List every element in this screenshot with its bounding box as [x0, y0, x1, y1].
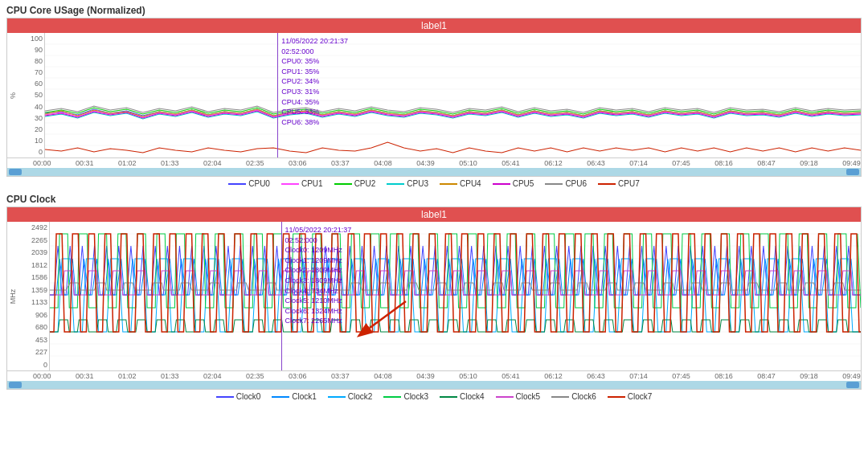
legend-cpu4-line: [440, 183, 457, 185]
legend-cpu6: CPU6: [545, 179, 587, 188]
clock-scrollbar-left[interactable]: [9, 382, 22, 388]
legend-clock5: Clock5: [496, 392, 541, 401]
legend-clock6-label: Clock6: [571, 392, 596, 401]
legend-cpu3-label: CPU3: [407, 179, 428, 188]
cpu-usage-svg: [45, 33, 861, 158]
legend-cpu4: CPU4: [440, 179, 481, 188]
y-axis-percent-label: %: [9, 92, 17, 98]
legend-cpu1-label: CPU1: [301, 179, 323, 188]
cpu-clock-svg: [50, 222, 861, 370]
cpu-clock-x-axis: 00:00 00:31 01:02 01:33 02:04 02:35 03:0…: [7, 370, 861, 381]
legend-clock5-label: Clock5: [516, 392, 541, 401]
cpu-usage-plot: 11/05/2022 20:21:37 02:52:000 CPU0: 35% …: [44, 33, 861, 158]
legend-clock2: Clock2: [328, 392, 373, 401]
legend-clock5-line: [496, 396, 514, 398]
legend-clock2-line: [328, 396, 346, 398]
legend-clock3-label: Clock3: [403, 392, 428, 401]
y-axis-mhz-label: MHz: [9, 288, 17, 304]
legend-clock6-line: [551, 396, 569, 398]
legend-cpu4-label: CPU4: [460, 179, 481, 188]
legend-clock4-line: [440, 396, 457, 398]
cpu-usage-section: CPU Core USage (Normalized) label1 % 100…: [6, 5, 862, 190]
legend-clock7-label: Clock7: [628, 392, 653, 401]
cpu-usage-title: CPU Core USage (Normalized): [6, 5, 862, 16]
legend-cpu7-label: CPU7: [618, 179, 640, 188]
cursor-line-usage: [277, 33, 278, 158]
legend-cpu2: CPU2: [334, 179, 376, 188]
legend-clock2-label: Clock2: [348, 392, 373, 401]
cpu-clock-plot: 11/05/2022 20:21:37 02:52:000 Clock0: 12…: [49, 222, 861, 370]
legend-clock1-label: Clock1: [292, 392, 317, 401]
arrow-annotation: [350, 297, 414, 338]
legend-clock0: Clock0: [216, 392, 261, 401]
legend-cpu6-line: [545, 183, 563, 185]
legend-cpu5-label: CPU5: [513, 179, 534, 188]
legend-cpu0-line: [228, 183, 246, 185]
legend-cpu5-line: [493, 183, 510, 185]
legend-clock3-line: [383, 396, 401, 398]
legend-clock4: Clock4: [440, 392, 485, 401]
legend-cpu6-label: CPU6: [565, 179, 587, 188]
cpu-usage-y-axis: 100 90 80 70 60 50 40 30 20 10 0: [18, 33, 44, 158]
cpu-clock-title: CPU Clock: [6, 194, 862, 205]
legend-cpu1: CPU1: [281, 179, 323, 188]
cpu-clock-y-axis: 2492 2265 2039 1812 1586 1359 1133 906 6…: [18, 222, 49, 370]
legend-cpu7-line: [598, 183, 616, 185]
scrollbar-left-thumb[interactable]: [9, 169, 22, 175]
svg-line-11: [370, 301, 406, 328]
cpu-usage-label-bar: label1: [7, 18, 861, 33]
cpu-usage-legend: CPU0 CPU1 CPU2 CPU3 CPU4 CPU5: [6, 177, 862, 190]
cpu-clock-label-bar: label1: [7, 207, 861, 222]
cpu-usage-chart-area: % 100 90 80 70 60 50 40 30 20 10 0: [7, 33, 861, 158]
legend-cpu0-label: CPU0: [248, 179, 270, 188]
scrollbar-right-thumb[interactable]: [846, 169, 859, 175]
legend-cpu2-label: CPU2: [354, 179, 376, 188]
legend-cpu2-line: [334, 183, 352, 185]
cpu-usage-chart-wrapper: label1 % 100 90 80 70 60 50 40 30: [6, 18, 862, 177]
legend-clock3: Clock3: [383, 392, 428, 401]
legend-cpu1-line: [281, 183, 299, 185]
clock-scrollbar-right[interactable]: [846, 382, 859, 388]
legend-clock7-line: [608, 396, 625, 398]
cpu-clock-legend: Clock0 Clock1 Clock2 Clock3 Clock4 Clock…: [6, 390, 862, 403]
legend-clock1: Clock1: [272, 392, 317, 401]
cpu-usage-scrollbar[interactable]: [7, 168, 861, 176]
legend-cpu3: CPU3: [387, 179, 428, 188]
cpu-clock-section: CPU Clock label1 MHz 2492 2265 2039 1812…: [6, 194, 862, 403]
legend-cpu3-line: [387, 183, 404, 185]
cpu-clock-scrollbar[interactable]: [7, 381, 861, 389]
cpu-clock-chart-area: MHz 2492 2265 2039 1812 1586 1359 1133 9…: [7, 222, 861, 370]
legend-clock1-line: [272, 396, 289, 398]
legend-cpu0: CPU0: [228, 179, 270, 188]
cursor-line-clock: [281, 222, 282, 370]
legend-cpu7: CPU7: [598, 179, 640, 188]
cpu-clock-chart-wrapper: label1 MHz 2492 2265 2039 1812 1586 1359…: [6, 207, 862, 390]
legend-clock0-line: [216, 396, 234, 398]
legend-clock6: Clock6: [551, 392, 596, 401]
legend-clock0-label: Clock0: [236, 392, 261, 401]
legend-cpu5: CPU5: [493, 179, 534, 188]
legend-clock7: Clock7: [608, 392, 653, 401]
cpu-usage-x-axis: 00:00 00:31 01:02 01:33 02:04 02:35 03:0…: [7, 158, 861, 168]
legend-clock4-label: Clock4: [460, 392, 485, 401]
